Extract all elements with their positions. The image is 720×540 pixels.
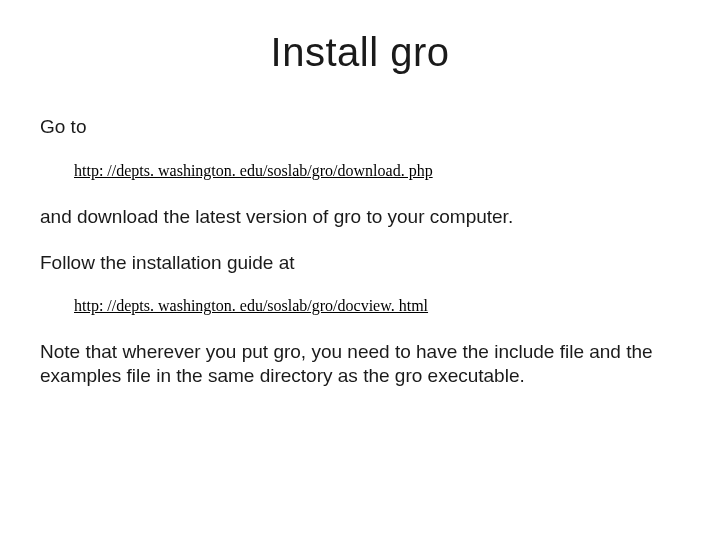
- docview-link[interactable]: http: //depts. washington. edu/soslab/gr…: [74, 297, 428, 314]
- text-goto: Go to: [40, 115, 680, 139]
- link-download: http: //depts. washington. edu/soslab/gr…: [74, 161, 680, 181]
- text-note: Note that wherever you put gro, you need…: [40, 340, 680, 388]
- link-docview: http: //depts. washington. edu/soslab/gr…: [74, 296, 680, 316]
- text-download: and download the latest version of gro t…: [40, 205, 680, 229]
- slide-body: Go to http: //depts. washington. edu/sos…: [40, 115, 680, 388]
- text-follow: Follow the installation guide at: [40, 251, 680, 275]
- slide-title: Install gro: [40, 30, 680, 75]
- slide: Install gro Go to http: //depts. washing…: [0, 0, 720, 540]
- download-link[interactable]: http: //depts. washington. edu/soslab/gr…: [74, 162, 433, 179]
